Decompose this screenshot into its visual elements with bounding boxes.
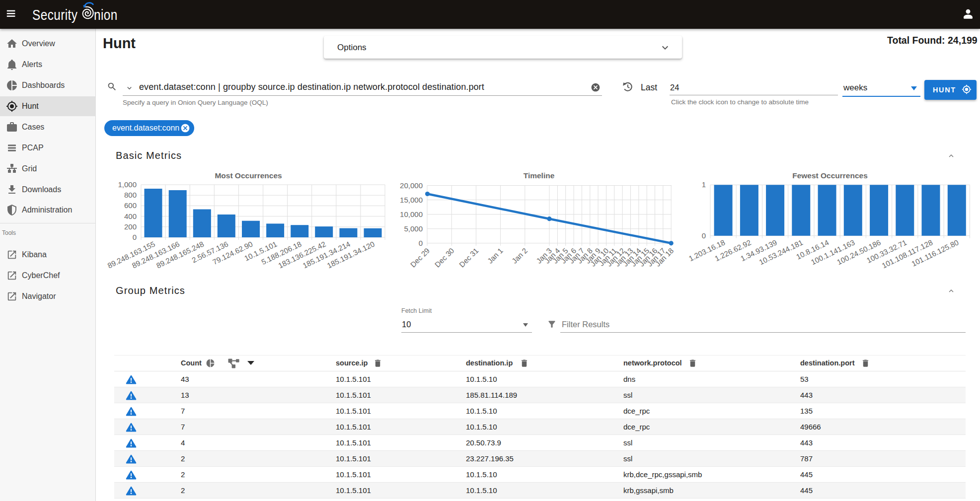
svg-text:0: 0 [419, 239, 423, 247]
svg-text:Most Occurrences: Most Occurrences [215, 171, 282, 180]
svg-text:10,000: 10,000 [400, 210, 423, 218]
svg-text:20,000: 20,000 [400, 181, 423, 190]
svg-text:15,000: 15,000 [400, 196, 423, 204]
svg-text:200: 200 [124, 222, 137, 231]
svg-text:Fewest Occurrences: Fewest Occurrences [792, 171, 868, 180]
svg-text:5,000: 5,000 [404, 224, 423, 233]
svg-text:Jan 2: Jan 2 [510, 246, 529, 265]
svg-text:1: 1 [702, 180, 706, 189]
svg-text:Timeline: Timeline [524, 171, 555, 180]
svg-text:800: 800 [124, 191, 137, 199]
svg-text:0: 0 [133, 233, 137, 241]
svg-text:Dec 31: Dec 31 [457, 246, 480, 269]
svg-text:600: 600 [124, 201, 137, 210]
svg-text:Jan 1: Jan 1 [486, 246, 505, 265]
svg-text:400: 400 [124, 212, 137, 220]
svg-text:1,000: 1,000 [118, 180, 137, 189]
svg-text:Dec 29: Dec 29 [408, 246, 431, 269]
svg-text:0: 0 [702, 231, 706, 240]
svg-text:Dec 30: Dec 30 [433, 246, 456, 269]
